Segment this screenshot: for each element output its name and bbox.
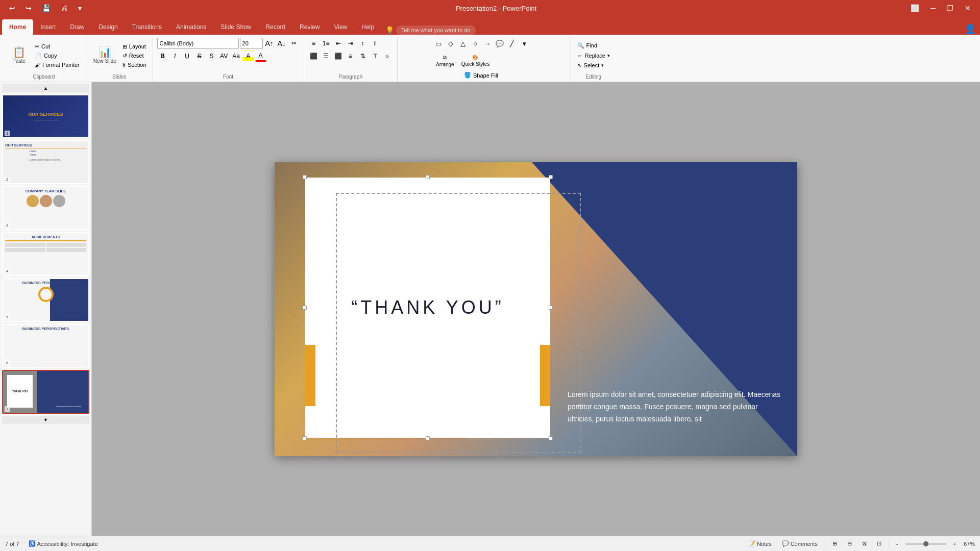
italic-button[interactable]: I [169,51,181,62]
quick-styles-button[interactable]: 🎨 Quick Styles [458,51,493,71]
ribbon-display-button[interactable]: ⬜ [908,3,922,13]
restore-button[interactable]: ❐ [944,3,957,13]
convert-to-smartart-button[interactable]: ⟐ [382,51,393,62]
strikethrough-button[interactable]: S [194,51,205,62]
comments-button[interactable]: 💬 Comments [779,539,821,548]
shape-more-button[interactable]: ▾ [519,38,530,49]
scroll-down-button[interactable]: ▼ [2,416,89,424]
increase-font-button[interactable]: A↑ [264,38,275,49]
handle-bc[interactable] [426,436,430,440]
shape-circle-button[interactable]: ○ [470,38,481,49]
tab-animations[interactable]: Animations [169,19,213,35]
font-size-input[interactable] [240,38,263,49]
tab-view[interactable]: View [327,19,354,35]
decrease-font-button[interactable]: A↓ [276,38,287,49]
handle-ml[interactable] [303,306,307,310]
new-slide-button[interactable]: 📊 New Slide [90,39,119,72]
align-left-button[interactable]: ⬛ [308,51,320,62]
close-button[interactable]: ✕ [962,3,974,13]
slide-thumbnail-1[interactable]: OUR SERVICES ———————— 1 [2,94,89,138]
notes-button[interactable]: 📝 Notes [745,539,775,548]
select-button[interactable]: ↖ Select ▾ [575,61,606,70]
find-button[interactable]: 🔍 Find [575,41,599,50]
zoom-out-button[interactable]: - [893,540,901,548]
zoom-in-button[interactable]: + [950,540,960,548]
columns-button[interactable]: ⫴ [370,38,381,49]
char-spacing-button[interactable]: AV [218,51,230,62]
slide-canvas[interactable]: “THANK YOU” Lorem ipsum dolor sit amet, … [275,162,797,456]
slide-thumbnail-5[interactable]: BUSINESS PERSPECTIVES 5 [2,278,89,322]
underline-button[interactable]: U [182,51,193,62]
align-text-button[interactable]: ⊤ [370,51,381,62]
align-center-button[interactable]: ☰ [321,51,332,62]
clear-format-button[interactable]: ✂ [288,38,300,49]
reset-button[interactable]: ↺ Reset [120,52,149,60]
slide-thumbnail-3[interactable]: COMPANY TEAM SLIDE 3 [2,186,89,230]
replace-button[interactable]: ↔ Replace ▾ [575,52,612,60]
handle-mr[interactable] [549,306,553,310]
slide-thumbnail-7[interactable]: THANK YOU Lorem ipsum dolor sit amet... … [2,370,89,414]
font-name-input[interactable] [157,38,239,49]
print-button[interactable]: 🖨 [58,3,71,13]
copy-button[interactable]: 📄 Copy [33,52,82,60]
handle-tr[interactable] [549,175,553,179]
bullets-button[interactable]: ≡ [308,38,320,49]
view-slide-sorter-button[interactable]: ⊟ [844,539,855,548]
user-icon[interactable]: 👤 [965,23,976,35]
text-highlight-button[interactable]: A [243,51,254,62]
shape-diamond-button[interactable]: ◇ [445,38,456,49]
justify-button[interactable]: ≡ [345,51,356,62]
decrease-indent-button[interactable]: ⇤ [333,38,344,49]
zoom-thumb[interactable] [923,541,928,546]
accessibility-button[interactable]: ♿ Accessibility: Investigate [26,539,101,548]
bold-button[interactable]: B [157,51,168,62]
tab-design[interactable]: Design [91,19,125,35]
tab-slideshow[interactable]: Slide Show [213,19,258,35]
shape-triangle-button[interactable]: △ [457,38,469,49]
arrange-button[interactable]: ⧉ Arrange [433,51,457,71]
slide-thumbnail-4[interactable]: ACHIEVEMENTS 4 [2,232,89,276]
format-painter-button[interactable]: 🖌 Format Painter [33,61,82,69]
handle-tl[interactable] [303,175,307,179]
body-text-block[interactable]: Lorem ipsum dolor sit amet, consectetuer… [568,389,782,425]
shape-callout-button[interactable]: 💬 [494,38,505,49]
save-button[interactable]: 💾 [39,3,54,13]
tab-review[interactable]: Review [292,19,327,35]
cut-button[interactable]: ✂ Cut [33,42,82,51]
font-case-button[interactable]: Aa [231,51,242,62]
handle-br[interactable] [549,436,553,440]
view-normal-button[interactable]: ⊞ [829,539,840,548]
tab-home[interactable]: Home [2,19,33,35]
tab-record[interactable]: Record [258,19,292,35]
tab-transitions[interactable]: Transitions [125,19,169,35]
increase-indent-button[interactable]: ⇥ [345,38,356,49]
text-direction-button[interactable]: ⇅ [357,51,369,62]
tab-help[interactable]: Help [354,19,381,35]
slide-thumbnail-6[interactable]: BUSINESS PERSPECTIVES 6 [2,324,89,368]
slide-thumbnail-2[interactable]: OUR SERVICES • item • item Lorem ipsum d… [2,140,89,184]
shape-line-button[interactable]: ╱ [506,38,518,49]
shape-rect-button[interactable]: ▭ [433,38,444,49]
tab-insert[interactable]: Insert [33,19,63,35]
zoom-slider[interactable] [905,543,946,545]
handle-bl[interactable] [303,436,307,440]
tell-me-input[interactable]: Tell me what you want to do [396,26,476,35]
slide-white-card[interactable]: “THANK YOU” [305,178,550,438]
line-spacing-button[interactable]: ↕ [357,38,369,49]
tab-draw[interactable]: Draw [63,19,91,35]
numbering-button[interactable]: 1≡ [321,38,332,49]
view-presenter-button[interactable]: ⊡ [874,539,885,548]
minimize-button[interactable]: ─ [927,3,939,13]
customize-button[interactable]: ▾ [75,3,85,13]
handle-tc[interactable] [426,175,430,179]
font-color-button[interactable]: A [255,51,266,62]
scroll-up-button[interactable]: ▲ [2,84,89,92]
align-right-button[interactable]: ⬛ [333,51,344,62]
paste-button[interactable]: 📋 Paste [6,39,32,72]
view-reading-button[interactable]: ⊠ [859,539,870,548]
shape-fill-button[interactable]: 🪣 Shape Fill [462,71,500,80]
shape-arrow-button[interactable]: → [482,38,493,49]
text-shadow-button[interactable]: S [206,51,217,62]
undo-button[interactable]: ↩ [6,3,18,13]
redo-button[interactable]: ↪ [22,3,35,13]
